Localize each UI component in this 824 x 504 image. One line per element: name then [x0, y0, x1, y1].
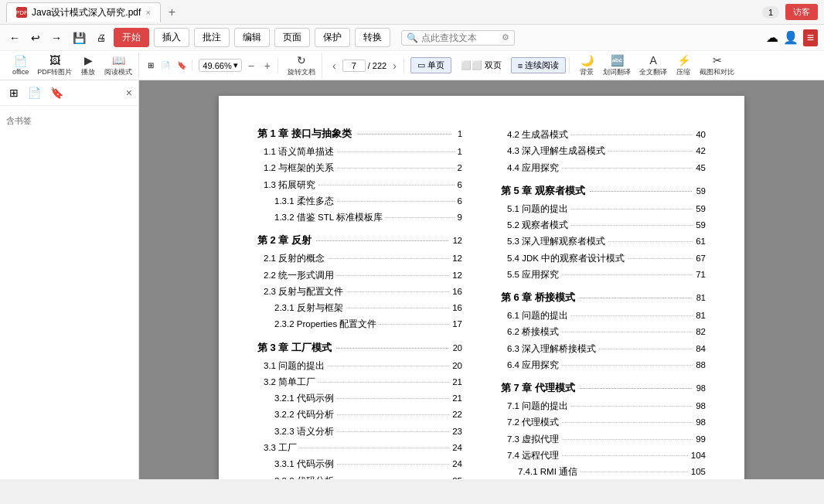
cloud-icon: ☁ [766, 30, 778, 45]
nav-tools: ‹ / 222 › [325, 58, 404, 73]
save-btn[interactable]: 💾 [70, 30, 89, 46]
ch5-items: 5.1 问题的提出59 5.2 观察者模式59 5.3 深入理解观察者模式61 … [501, 201, 706, 283]
prev-page-btn[interactable]: ‹ [329, 58, 340, 73]
ch1-title: 第 1 章 接口与抽象类 [257, 127, 352, 141]
ch6-items: 6.1 问题的提出81 6.2 桥接模式82 6.3 深入理解桥接模式84 6.… [501, 308, 706, 373]
thumbnail-icon: ⊞ [148, 61, 154, 70]
file-tools: 📄 office 🖼 PDF转图片 ▶ 播放 📖 阅读模式 [6, 53, 139, 79]
pdf-tab[interactable]: PDF Java设计模式深入研究.pdf × [6, 2, 161, 22]
pdf-icon: PDF [16, 7, 27, 18]
new-tab-btn[interactable]: + [164, 4, 180, 21]
single-page-label: 单页 [427, 60, 444, 71]
ch2-title: 第 2 章 反射 [257, 233, 312, 247]
search-settings-icon[interactable]: ⚙ [502, 32, 509, 43]
menu-icon[interactable]: ≡ [803, 29, 818, 46]
page-icon: 📄 [161, 61, 170, 70]
double-page-label: 双页 [485, 60, 502, 71]
zoom-box[interactable]: 49.66% ▾ [199, 59, 241, 72]
double-page-btn[interactable]: ⬜⬜ 双页 [454, 57, 509, 73]
zoom-out-btn[interactable]: − [244, 58, 258, 73]
rotate-btn[interactable]: ↻ 旋转文档 [284, 53, 318, 79]
search-box[interactable]: 🔍 ⚙ [401, 30, 515, 46]
pdf-area[interactable]: 第 1 章 接口与抽象类 1 1.1 语义简单描述1 1.2 与框架的关系2 1… [139, 80, 824, 479]
page-input[interactable] [342, 60, 366, 72]
pdf-img-icon: 🖼 [49, 54, 60, 66]
zoom-dropdown-icon[interactable]: ▾ [233, 60, 238, 70]
single-page-icon: ▭ [417, 60, 425, 70]
night-mode-btn[interactable]: 🌙 背景 [576, 53, 598, 79]
convert-tab-btn[interactable]: 转换 [355, 28, 390, 47]
pdf-img-btn[interactable]: 🖼 PDF转图片 [34, 53, 75, 79]
ch6-title: 第 6 章 桥接模式 [501, 291, 575, 305]
office-btn[interactable]: 📄 office [9, 53, 32, 77]
ch7-title: 第 7 章 代理模式 [501, 381, 575, 395]
compress-btn[interactable]: ⚡ 压缩 [672, 53, 694, 79]
continuous-read-btn[interactable]: ≡ 连续阅读 [511, 57, 566, 73]
toolbar-row: 📄 office 🖼 PDF转图片 ▶ 播放 📖 阅读模式 ⊞ 📄 🔖 49.6… [0, 51, 824, 80]
compress-icon: ⚡ [677, 54, 690, 66]
read-mode-icon: 📖 [112, 54, 125, 66]
ch1-items: 1.1 语义简单描述1 1.2 与框架的关系2 1.3 拓展研究6 1.3.1 … [257, 144, 462, 226]
page-tab-btn[interactable]: 页面 [274, 28, 310, 47]
continuous-read-icon: ≡ [518, 61, 523, 70]
undo-btn[interactable]: ↩ [28, 30, 43, 46]
single-page-btn[interactable]: ▭ 单页 [410, 57, 451, 73]
bookmark-icon: 🔖 [177, 61, 186, 70]
ch6-page: 81 [696, 293, 706, 302]
full-translate-icon: A [650, 54, 657, 66]
continuous-read-label: 连续阅读 [525, 60, 559, 71]
compare-icon: ✂ [713, 54, 722, 66]
page-view-btn[interactable]: 📄 [158, 60, 172, 71]
user-icon[interactable]: 👤 [783, 30, 798, 45]
compare-btn[interactable]: ✂ 截图和对比 [696, 53, 737, 79]
zoom-in-btn[interactable]: + [260, 58, 274, 73]
translate-btn[interactable]: 🔤 划词翻译 [600, 53, 634, 79]
start-tab-btn[interactable]: 开始 [114, 28, 149, 47]
ch3-page: 20 [453, 343, 462, 352]
toc-right: 4.2 生成器模式40 4.3 深入理解生成器模式42 4.4 应用探究45 第… [501, 127, 706, 479]
ribbon-top: ← ↩ → 💾 🖨 开始 插入 批注 编辑 页面 保护 转换 🔍 ⚙ ☁ 👤 ≡ [0, 25, 824, 51]
ch5-page: 59 [696, 186, 706, 196]
extra-tools: 🌙 背景 🔤 划词翻译 A 全文翻译 ⚡ 压缩 ✂ 截图和对比 [573, 53, 741, 79]
total-pages: 222 [373, 61, 386, 70]
pdf-page: 第 1 章 接口与抽象类 1 1.1 语义简单描述1 1.2 与框架的关系2 1… [219, 96, 744, 479]
forward-btn[interactable]: → [48, 30, 65, 46]
ch2-items: 2.1 反射的概念12 2.2 统一形式调用12 2.3 反射与配置文件16 2… [257, 250, 462, 332]
zoom-level: 49.66% [203, 61, 231, 70]
page-num-badge: 1 [768, 8, 773, 17]
back-btn[interactable]: ← [6, 30, 23, 46]
full-translate-btn[interactable]: A 全文翻译 [636, 53, 670, 79]
visit-button[interactable]: 访客 [785, 4, 818, 20]
play-icon: ▶ [84, 54, 93, 66]
toc-left: 第 1 章 接口与抽象类 1 1.1 语义简单描述1 1.2 与框架的关系2 1… [257, 127, 462, 479]
search-input[interactable] [421, 32, 499, 43]
play-btn[interactable]: ▶ 播放 [77, 53, 99, 79]
insert-tab-btn[interactable]: 插入 [154, 28, 189, 47]
edit-tab-btn[interactable]: 编辑 [234, 28, 270, 47]
protect-tab-btn[interactable]: 保护 [315, 28, 350, 47]
double-page-icon: ⬜⬜ [461, 60, 482, 70]
rotate-icon: ↻ [297, 54, 306, 66]
read-mode-btn[interactable]: 📖 阅读模式 [101, 53, 135, 79]
rotation-tools: ↻ 旋转文档 [281, 53, 322, 79]
thumbnail-view-btn[interactable]: ⊞ [145, 60, 156, 71]
tab-bar: PDF Java设计模式深入研究.pdf × + 1 访客 [0, 0, 824, 25]
view-mode-tools: ⊞ 📄 🔖 [142, 60, 192, 71]
page-indicator: 1 [762, 6, 779, 19]
ch1-page: 1 [458, 129, 462, 138]
ch3-title: 第 3 章 工厂模式 [257, 341, 332, 355]
sidebar-icon-3[interactable]: 🔖 [47, 85, 66, 100]
sidebar-close-btn[interactable]: × [126, 87, 132, 99]
next-page-btn[interactable]: › [389, 58, 400, 73]
ch5-title: 第 5 章 观察者模式 [501, 184, 585, 198]
print-btn[interactable]: 🖨 [94, 31, 109, 45]
comment-tab-btn[interactable]: 批注 [194, 28, 230, 47]
bookmark-view-btn[interactable]: 🔖 [175, 60, 189, 71]
ch7-items: 7.1 问题的提出98 7.2 代理模式98 7.3 虚拟代理99 7.4 远程… [501, 398, 706, 479]
ch7-page: 98 [696, 383, 706, 393]
sidebar-icon-2[interactable]: 📄 [25, 85, 44, 100]
sidebar-header: ⊞ 📄 🔖 × [0, 80, 138, 106]
sidebar-icon-1[interactable]: ⊞ [6, 85, 22, 100]
tab-close-btn[interactable]: × [145, 8, 150, 17]
ch2-page: 12 [453, 236, 462, 245]
